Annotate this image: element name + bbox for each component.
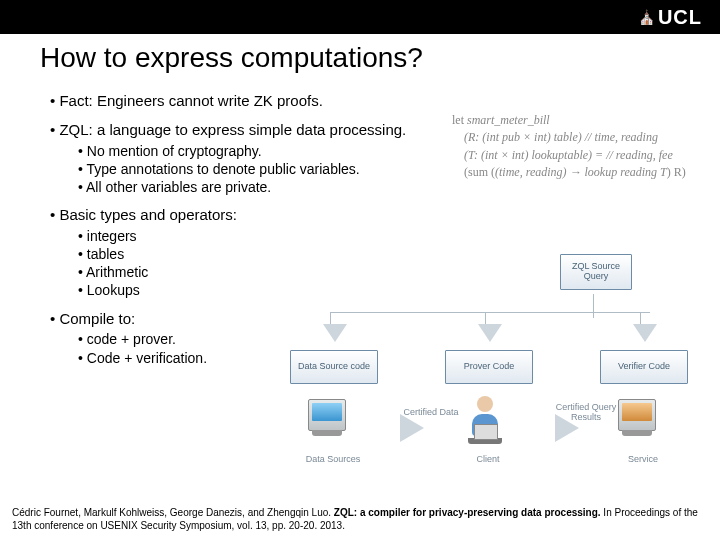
arrow-right-icon xyxy=(400,414,424,442)
connector xyxy=(330,312,650,313)
connector xyxy=(640,312,641,324)
connector xyxy=(485,312,486,324)
slide-body: How to express computations? Fact: Engin… xyxy=(0,34,720,508)
box-data-source: Data Source code xyxy=(290,350,378,384)
label-certified-results: Certified Query Results xyxy=(543,403,629,423)
architecture-diagram: ZQL Source Query Data Source code Prover… xyxy=(270,254,710,489)
server-icon xyxy=(618,399,664,441)
label-data-sources: Data Sources xyxy=(290,454,376,464)
arrow-down-icon xyxy=(633,324,657,342)
person-icon xyxy=(460,396,510,444)
logo-text: UCL xyxy=(658,6,702,29)
dome-icon: ⛪ xyxy=(638,9,655,25)
connector xyxy=(330,312,331,324)
slide-title: How to express computations? xyxy=(40,42,690,74)
ucl-logo: ⛪ UCL xyxy=(638,6,702,29)
arrow-down-icon xyxy=(478,324,502,342)
connector xyxy=(593,294,594,318)
label-client: Client xyxy=(445,454,531,464)
label-service: Service xyxy=(600,454,686,464)
box-source-query: ZQL Source Query xyxy=(560,254,632,290)
code-figure: let smart_meter_bill (R: (int pub × int)… xyxy=(452,112,702,182)
bullet-fact: Fact: Engineers cannot write ZK proofs. xyxy=(50,92,690,111)
header-bar: ⛪ UCL xyxy=(0,0,720,34)
server-icon xyxy=(308,399,354,441)
citation: Cédric Fournet, Markulf Kohlweiss, Georg… xyxy=(0,506,720,540)
box-verifier: Verifier Code xyxy=(600,350,688,384)
arrow-down-icon xyxy=(323,324,347,342)
box-prover: Prover Code xyxy=(445,350,533,384)
